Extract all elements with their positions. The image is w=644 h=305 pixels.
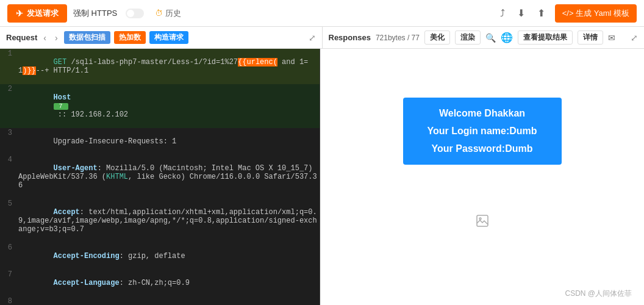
line-content-3: Upgrade-Insecure-Requests: 1	[18, 129, 320, 154]
line-content-2: Host 7 :: 192.168.2.102	[18, 85, 320, 127]
code-line-6: 6 Accept-Encoding: gzip, deflate	[0, 243, 320, 270]
watermark: CSDN @人间体佐菲	[565, 289, 632, 299]
welcome-line3: Your Password:Dumb	[418, 140, 547, 158]
response-body: Welcome Dhakkan Your Login name:Dumb You…	[320, 49, 644, 305]
code-line-8: 8 Cache-Control: max-age=0	[0, 296, 320, 305]
send-request-button[interactable]: ✈ 发送请求	[7, 4, 67, 23]
line-num-5: 5	[0, 199, 18, 242]
email-button[interactable]: ✉	[608, 33, 615, 43]
welcome-box: Welcome Dhakkan Your Login name:Dumb You…	[403, 98, 562, 165]
code-line-7: 7 Accept-Language: zh-CN,zh;q=0.9	[0, 270, 320, 296]
request-label: Request	[6, 33, 37, 42]
force-https-toggle[interactable]	[126, 9, 144, 18]
response-label: Responses	[329, 33, 371, 42]
line-content-5: Accept: text/html,application/xhtml+xml,…	[18, 199, 320, 242]
svg-rect-0	[477, 215, 488, 226]
svg-point-1	[479, 218, 481, 220]
tab-construct[interactable]: 构造请求	[149, 31, 188, 44]
code-line-5: 5 Accept: text/html,application/xhtml+xm…	[0, 199, 320, 243]
tab-beautify[interactable]: 美化	[424, 30, 450, 45]
line-num-3: 3	[0, 129, 18, 154]
nav-prev-button[interactable]: ‹	[41, 32, 49, 44]
expand-request-button[interactable]: ⤢	[309, 33, 316, 43]
line-num-8: 8	[0, 297, 18, 305]
line-content-6: Accept-Encoding: gzip, deflate	[18, 243, 320, 269]
line-num-7: 7	[0, 270, 18, 296]
response-stats: 721bytes / 77	[376, 34, 420, 42]
search-button[interactable]: 🔍	[485, 33, 496, 43]
history-label: 历史	[165, 8, 181, 19]
expand-response-button[interactable]: ⤢	[631, 33, 638, 43]
nav-next-button[interactable]: ›	[52, 32, 60, 44]
request-pane-header: Request ‹ › 数据包扫描 热加数 构造请求 ⤢	[0, 27, 323, 48]
generate-yaml-button[interactable]: </> 生成 Yaml 模板	[555, 4, 637, 23]
detail-button[interactable]: 详情	[578, 30, 603, 45]
main-toolbar: ✈ 发送请求 强制 HTTPS ⏱ 历史 ⤴ ⬇ ⬆ </> 生成 Yaml 模…	[0, 0, 644, 27]
history-button[interactable]: ⏱ 历史	[155, 8, 181, 19]
line-content-7: Accept-Language: zh-CN,zh;q=0.9	[18, 270, 320, 296]
tab-hot-add[interactable]: 热加数	[114, 31, 146, 44]
line-num-2: 2	[0, 85, 18, 127]
send-label: 发送请求	[27, 8, 59, 19]
tab-render[interactable]: 渲染	[455, 30, 481, 45]
broken-image	[475, 214, 490, 232]
sub-toolbar: Request ‹ › 数据包扫描 热加数 构造请求 ⤢ Responses 7…	[0, 27, 644, 49]
line-num-4: 4	[0, 156, 18, 198]
line-num-1: 1	[0, 49, 18, 84]
line-content-4: User-Agent: Mozilla/5.0 (Macintosh; Inte…	[18, 156, 320, 198]
request-pane: 1 GET /sqli-labs-php7-master/Less-1/?id=…	[0, 49, 320, 305]
history-icon: ⏱	[155, 9, 163, 18]
view-extract-button[interactable]: 查看提取结果	[518, 30, 573, 45]
line-num-6: 6	[0, 243, 18, 269]
code-line-4: 4 User-Agent: Mozilla/5.0 (Macintosh; In…	[0, 155, 320, 199]
welcome-line2: Your Login name:Dumb	[418, 123, 547, 140]
welcome-line1: Welcome Dhakkan	[418, 105, 547, 123]
code-line-2: 2 Host 7 :: 192.168.2.102	[0, 84, 320, 128]
response-pane: Welcome Dhakkan Your Login name:Dumb You…	[320, 49, 644, 305]
code-line-3: 3 Upgrade-Insecure-Requests: 1	[0, 128, 320, 155]
code-line-1: 1 GET /sqli-labs-php7-master/Less-1/?id=…	[0, 49, 320, 84]
line-content-8: Cache-Control: max-age=0	[18, 297, 320, 305]
chrome-icon: 🌐	[501, 32, 513, 43]
main-content: 1 GET /sqli-labs-php7-master/Less-1/?id=…	[0, 49, 644, 305]
toolbar-right: ⤴ ⬇ ⬆ </> 生成 Yaml 模板	[498, 4, 637, 23]
tab-packet-scan[interactable]: 数据包扫描	[64, 31, 110, 44]
share-button[interactable]: ⤴	[498, 5, 507, 21]
send-icon: ✈	[16, 9, 23, 18]
force-https-label: 强制 HTTPS	[73, 8, 117, 19]
line-content-1: GET /sqli-labs-php7-master/Less-1/?id=1%…	[18, 49, 320, 84]
export-button[interactable]: ⬆	[535, 5, 548, 21]
response-pane-header: Responses 721bytes / 77 美化 渲染 🔍 🌐 查看提取结果…	[323, 27, 645, 48]
download-button[interactable]: ⬇	[515, 5, 528, 21]
